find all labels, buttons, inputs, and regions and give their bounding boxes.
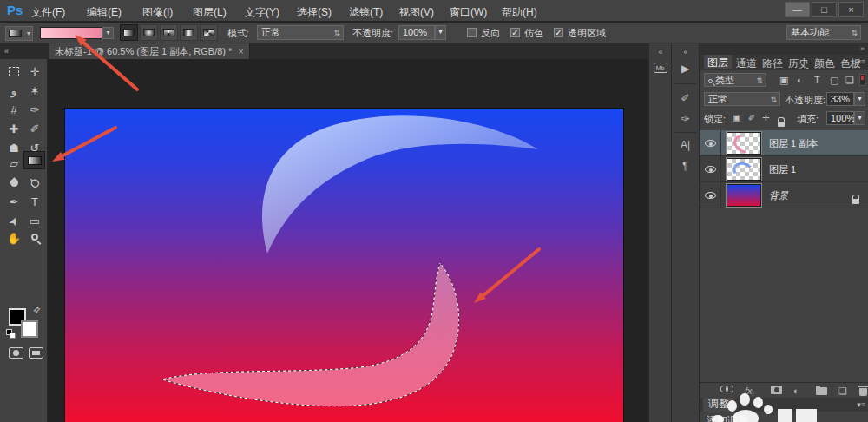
layer-name[interactable]: 背景 <box>769 189 788 202</box>
brush-panel-button[interactable]: ✐ <box>672 92 699 104</box>
linear-gradient-button[interactable] <box>120 24 138 41</box>
visibility-cell[interactable] <box>700 182 721 208</box>
maximize-button[interactable]: □ <box>812 2 837 17</box>
character-panel-button[interactable]: A| <box>672 139 699 151</box>
eye-icon[interactable] <box>705 140 716 147</box>
radial-gradient-button[interactable] <box>140 24 158 41</box>
menu-view[interactable]: 视图(V) <box>399 5 434 20</box>
collapse-dock-icon[interactable]: « <box>658 48 661 56</box>
menu-file[interactable]: 文件(F) <box>31 5 65 20</box>
menu-image[interactable]: 图像(I) <box>142 5 173 20</box>
menu-window[interactable]: 窗口(W) <box>450 5 487 20</box>
layer-row-copy[interactable]: 图层 1 副本 <box>700 130 868 156</box>
menu-select[interactable]: 选择(S) <box>297 5 332 20</box>
pen-tool[interactable]: ✒ <box>4 195 23 210</box>
reflected-gradient-button[interactable] <box>180 24 198 41</box>
menu-type[interactable]: 文字(Y) <box>245 5 279 20</box>
opacity-dropdown-arrow[interactable]: ▾ <box>435 25 446 40</box>
adjustment-layer-icon[interactable]: ◐ <box>793 386 799 396</box>
layer-thumbnail[interactable] <box>727 158 761 181</box>
clone-stamp-tool[interactable]: ☗ <box>4 141 23 156</box>
mode-select[interactable]: 正常 ⇅ <box>257 25 344 40</box>
lasso-tool[interactable]: و <box>4 83 23 99</box>
filter-pixel-layers-icon[interactable]: ▣ <box>779 75 788 86</box>
visibility-cell[interactable] <box>700 156 721 182</box>
new-group-icon[interactable] <box>816 386 827 397</box>
filter-shape-layers-icon[interactable]: ▢ <box>830 75 838 86</box>
lock-transparency-icon[interactable]: ▣ <box>733 113 740 122</box>
new-layer-icon[interactable]: ❏ <box>838 386 847 397</box>
gradient-editor-swatch[interactable] <box>40 27 102 39</box>
visibility-cell[interactable] <box>700 130 721 156</box>
workspace-switcher[interactable]: 基本功能 ⇅ <box>786 25 861 40</box>
layer-row-1[interactable]: 图层 1 <box>700 156 868 182</box>
tab-history[interactable]: 历史 <box>788 56 809 71</box>
magic-wand-tool[interactable]: ✶ <box>25 83 44 99</box>
angle-gradient-button[interactable] <box>160 24 178 41</box>
blend-mode-select[interactable]: 正常 ⇅ <box>704 92 780 106</box>
filter-smart-objects-icon[interactable]: ❏ <box>845 75 854 86</box>
dither-checkbox[interactable]: ✓ <box>510 28 520 37</box>
menu-filter[interactable]: 滤镜(T) <box>349 5 383 20</box>
tab-layers[interactable]: 图层 <box>704 55 732 69</box>
blur-tool[interactable] <box>4 175 23 191</box>
collapse-toolbar-icon[interactable]: « <box>4 47 8 56</box>
layer-opacity-field[interactable]: 33% <box>826 92 854 106</box>
tab-paths[interactable]: 路径 <box>762 56 783 71</box>
rectangle-tool[interactable]: ▭ <box>25 214 44 229</box>
gradient-picker-arrow[interactable]: ▾ <box>102 27 114 39</box>
tab-color[interactable]: 颜色 <box>814 56 835 71</box>
paragraph-panel-button[interactable]: ¶ <box>672 160 699 172</box>
tool-preset-picker[interactable]: ▾ <box>5 26 33 41</box>
layer-opacity-arrow[interactable]: ▾ <box>854 92 865 106</box>
collapse-dock-icon[interactable]: « <box>683 48 687 56</box>
tab-channels[interactable]: 通道 <box>736 56 757 71</box>
eye-icon[interactable] <box>705 166 716 173</box>
healing-brush-tool[interactable]: ✚ <box>4 122 23 137</box>
add-mask-icon[interactable] <box>771 386 782 396</box>
marquee-tool[interactable] <box>4 64 23 80</box>
minimize-button[interactable]: — <box>785 2 810 17</box>
eraser-tool[interactable]: ▱ <box>4 156 23 172</box>
filter-toggle-switch[interactable] <box>859 74 865 86</box>
hand-tool[interactable]: ✋ <box>4 231 23 247</box>
layer-thumbnail[interactable] <box>727 132 761 155</box>
filter-type-layers-icon[interactable]: T <box>814 75 820 85</box>
lock-all-icon[interactable] <box>778 122 785 127</box>
fill-dropdown-arrow[interactable]: ▾ <box>854 111 865 125</box>
close-tab-icon[interactable]: × <box>238 46 243 56</box>
filter-type-select[interactable]: 类型 ⇅ <box>704 73 766 87</box>
transparency-checkbox[interactable]: ✓ <box>554 28 563 37</box>
path-selection-tool[interactable]: ➤ <box>3 209 25 234</box>
delete-layer-icon[interactable] <box>859 386 867 398</box>
move-tool[interactable]: ✛ <box>25 64 44 80</box>
menu-layer[interactable]: 图层(L) <box>193 5 227 20</box>
screen-mode-button[interactable] <box>29 347 43 359</box>
expand-dock-icon[interactable]: » <box>860 44 864 53</box>
brush-tool[interactable]: ✐ <box>25 122 44 137</box>
layer-thumbnail[interactable] <box>727 184 761 207</box>
fill-value-field[interactable]: 100% <box>826 111 854 125</box>
canvas[interactable] <box>65 109 623 422</box>
lock-move-icon[interactable]: ✛ <box>762 113 769 122</box>
layer-row-background[interactable]: 背景 <box>700 182 868 208</box>
dodge-tool[interactable]: Ϙ <box>23 171 47 195</box>
tool-presets-panel-button[interactable]: ✑ <box>672 113 699 125</box>
panel-menu-icon[interactable]: ▾≡ <box>857 400 865 409</box>
opacity-value-field[interactable]: 100% <box>398 25 435 40</box>
background-color-swatch[interactable] <box>21 320 38 338</box>
crop-tool[interactable]: # <box>4 102 23 118</box>
diamond-gradient-button[interactable] <box>200 24 218 41</box>
layer-name[interactable]: 图层 1 <box>769 163 796 176</box>
gradient-tool-selected[interactable] <box>23 151 45 169</box>
type-tool[interactable]: T <box>25 195 44 210</box>
lock-paint-icon[interactable]: ✐ <box>748 113 755 122</box>
eyedropper-tool[interactable]: ✑ <box>25 102 44 118</box>
menu-edit[interactable]: 编辑(E) <box>87 5 122 20</box>
layer-name[interactable]: 图层 1 副本 <box>769 137 818 150</box>
swap-colors-icon[interactable]: ⇄ <box>30 304 43 316</box>
minibridge-panel-button[interactable]: Mb <box>649 63 671 73</box>
document-tab[interactable]: 未标题-1 @ 60.5% (图层 1 副本, RGB/8) *× <box>49 43 250 59</box>
close-button[interactable]: × <box>838 2 864 17</box>
actions-panel-button[interactable]: ▶ <box>672 63 699 75</box>
